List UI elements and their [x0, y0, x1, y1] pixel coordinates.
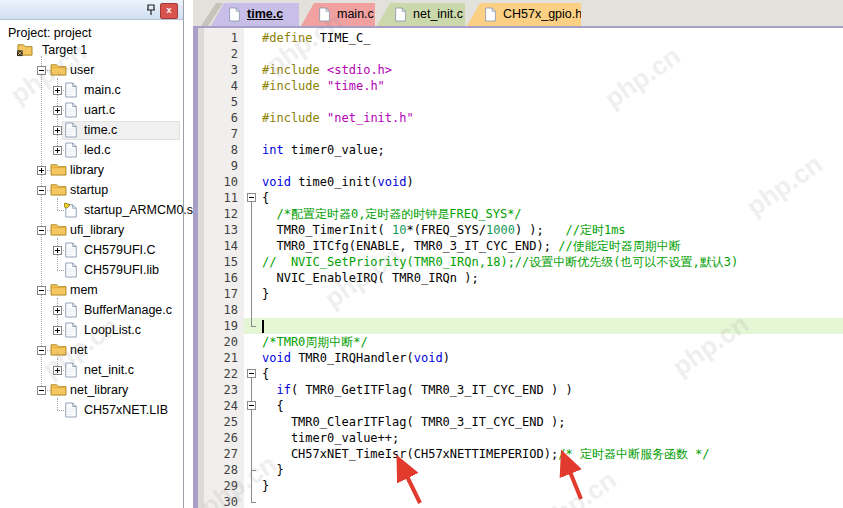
tree-item-startup_ARMCM0.s[interactable]: startup_ARMCM0.s [0, 201, 182, 221]
code-line-26[interactable]: 26 timer0_value++; [198, 430, 843, 446]
tree-item-time.c[interactable]: time.c [0, 121, 182, 141]
line-number: 27 [198, 446, 238, 462]
file-icon [64, 402, 81, 418]
code-line-22[interactable]: 22{ [198, 366, 843, 382]
fold-marker [244, 382, 259, 398]
expand-plus-icon[interactable] [37, 166, 46, 175]
code-line-7[interactable]: 7 [198, 126, 843, 142]
line-number: 20 [198, 334, 238, 350]
code-line-27[interactable]: 27 CH57xNET_TimeIsr(CH57xNETTIMEPERIOD);… [198, 446, 843, 462]
collapse-minus-icon[interactable] [37, 226, 46, 235]
tree-item-net[interactable]: net [0, 341, 182, 361]
line-number: 18 [198, 302, 238, 318]
tree-item-mem[interactable]: mem [0, 281, 182, 301]
code-line-6[interactable]: 6#include "net_init.h" [198, 110, 843, 126]
tab-time.c[interactable]: time.c [211, 3, 299, 26]
code-line-13[interactable]: 13 TMR0_TimerInit( 10*(FREQ_SYS/1000) );… [198, 222, 843, 238]
close-icon[interactable]: x [160, 3, 178, 19]
code-line-16[interactable]: 16 NVIC_EnableIRQ( TMR0_IRQn ); [198, 270, 843, 286]
tree-item-LoopList.c[interactable]: LoopList.c [0, 321, 182, 341]
line-number: 30 [198, 494, 238, 508]
code-line-18[interactable]: 18 [198, 302, 843, 318]
expand-plus-icon[interactable] [53, 246, 62, 255]
tree-item-CH579UFI.lib[interactable]: CH579UFI.lib [0, 261, 182, 281]
code-text: #include "time.h" [262, 78, 385, 94]
collapse-minus-icon[interactable] [37, 186, 46, 195]
expand-plus-icon[interactable] [53, 86, 62, 95]
tree-item-startup[interactable]: startup [0, 181, 182, 201]
tab-main.c[interactable]: main.c [301, 3, 375, 26]
tree-item-net_init.c[interactable]: net_init.c [0, 361, 182, 381]
pin-icon[interactable] [144, 3, 158, 17]
code-line-23[interactable]: 23 if( TMR0_GetITFlag( TMR0_3_IT_CYC_END… [198, 382, 843, 398]
tree-item-led.c[interactable]: led.c [0, 141, 182, 161]
code-line-9[interactable]: 9 [198, 158, 843, 174]
collapse-minus-icon[interactable] [37, 66, 46, 75]
code-line-5[interactable]: 5 [198, 94, 843, 110]
text-caret [262, 320, 264, 333]
fold-marker [244, 286, 259, 302]
code-text: /*TMR0周期中断*/ [262, 334, 368, 350]
code-line-11[interactable]: 11{ [198, 190, 843, 206]
tree-item-Target 1[interactable]: Target 1 [0, 41, 182, 61]
expand-plus-icon[interactable] [53, 126, 62, 135]
tree-item-BufferManage.c[interactable]: BufferManage.c [0, 301, 182, 321]
fold-marker[interactable] [244, 190, 259, 206]
code-editor[interactable]: 1#define TIME_C_23#include <stdio.h>4#in… [193, 26, 843, 508]
tab-net_init.c[interactable]: net_init.c [377, 3, 465, 26]
asm-file-icon [64, 202, 81, 218]
line-number: 4 [198, 78, 238, 94]
fold-marker [244, 110, 259, 126]
expand-plus-icon[interactable] [53, 146, 62, 155]
code-line-24[interactable]: 24 { [198, 398, 843, 414]
tree-item-label: mem [70, 283, 98, 297]
fold-marker[interactable] [244, 398, 259, 414]
fold-marker [244, 62, 259, 78]
tab-bar: time.cmain.cnet_init.cCH57x_gpio.h [193, 0, 843, 26]
line-number: 1 [198, 30, 238, 46]
code-line-21[interactable]: 21void TMR0_IRQHandler(void) [198, 350, 843, 366]
collapse-minus-icon[interactable] [37, 346, 46, 355]
tree-item-main.c[interactable]: main.c [0, 81, 182, 101]
tree-item-user[interactable]: user [0, 61, 182, 81]
fold-marker [244, 302, 259, 318]
tree-item-uart.c[interactable]: uart.c [0, 101, 182, 121]
code-line-20[interactable]: 20/*TMR0周期中断*/ [198, 334, 843, 350]
code-line-10[interactable]: 10void time0_init(void) [198, 174, 843, 190]
code-line-30[interactable]: 30 [198, 494, 843, 508]
tree-item-label: Target 1 [42, 43, 87, 57]
code-text: timer0_value++; [262, 430, 399, 446]
tree-item-net_library[interactable]: net_library [0, 381, 182, 401]
tree-item-library[interactable]: library [0, 161, 182, 181]
fold-marker[interactable] [244, 366, 259, 382]
expand-plus-icon[interactable] [53, 106, 62, 115]
code-line-4[interactable]: 4#include "time.h" [198, 78, 843, 94]
tab-label: CH57x_gpio.h [503, 7, 582, 21]
expand-plus-icon[interactable] [53, 326, 62, 335]
code-line-14[interactable]: 14 TMR0_ITCfg(ENABLE, TMR0_3_IT_CYC_END)… [198, 238, 843, 254]
expand-plus-icon[interactable] [53, 306, 62, 315]
tree-item-ufi_library[interactable]: ufi_library [0, 221, 182, 241]
code-line-25[interactable]: 25 TMR0_ClearITFlag( TMR0_3_IT_CYC_END )… [198, 414, 843, 430]
file-icon [64, 82, 81, 98]
file-icon [64, 322, 81, 338]
tab-CH57x_gpio.h[interactable]: CH57x_gpio.h [467, 3, 581, 26]
code-line-17[interactable]: 17} [198, 286, 843, 302]
code-line-12[interactable]: 12 /*配置定时器0,定时器的时钟是FREQ_SYS*/ [198, 206, 843, 222]
collapse-minus-icon[interactable] [37, 386, 46, 395]
fold-marker [244, 126, 259, 142]
code-line-29[interactable]: 29} [198, 478, 843, 494]
code-line-3[interactable]: 3#include <stdio.h> [198, 62, 843, 78]
code-line-15[interactable]: 15// NVIC_SetPriority(TMR0_IRQn,18);//设置… [198, 254, 843, 270]
tree-item-CH579UFI.C[interactable]: CH579UFI.C [0, 241, 182, 261]
collapse-minus-icon[interactable] [37, 286, 46, 295]
code-line-2[interactable]: 2 [198, 46, 843, 62]
tree-item-CH57xNET.LIB[interactable]: CH57xNET.LIB [0, 401, 182, 421]
line-number: 25 [198, 414, 238, 430]
code-line-1[interactable]: 1#define TIME_C_ [198, 30, 843, 46]
code-line-8[interactable]: 8int timer0_value; [198, 142, 843, 158]
code-line-28[interactable]: 28 } [198, 462, 843, 478]
expand-plus-icon[interactable] [53, 366, 62, 375]
code-line-19[interactable]: 19 [198, 318, 843, 334]
fold-marker [244, 446, 259, 462]
